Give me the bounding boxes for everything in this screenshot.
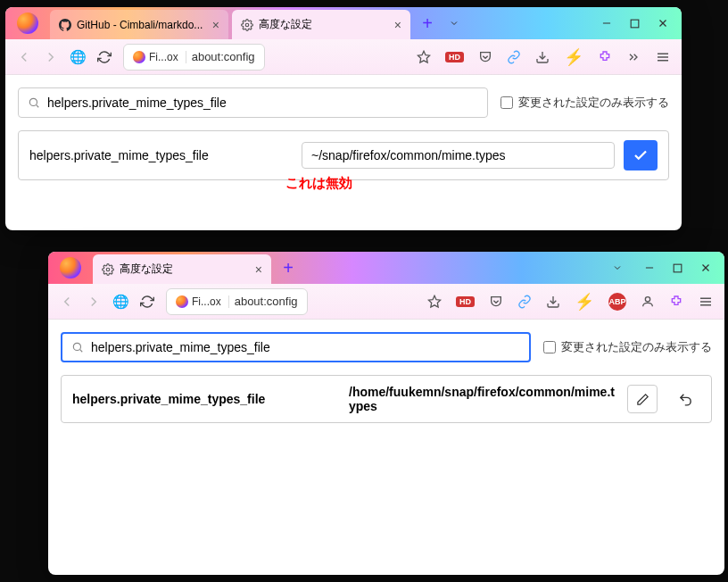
extensions-icon[interactable] [598, 50, 612, 64]
config-search-input[interactable] [91, 340, 520, 354]
maximize-icon[interactable] [629, 18, 641, 29]
site-identity[interactable]: Fi...ox [133, 51, 186, 63]
url-text: about:config [235, 295, 298, 308]
minimize-icon[interactable] [643, 262, 656, 274]
firefox-favicon-icon [133, 51, 145, 63]
edit-button[interactable] [627, 385, 658, 413]
star-icon[interactable] [417, 50, 431, 64]
checkbox-input[interactable] [500, 96, 513, 109]
confirm-button[interactable] [624, 140, 658, 170]
address-bar[interactable]: Fi...ox about:config [166, 288, 308, 315]
reload-button[interactable] [139, 294, 155, 310]
aboutconfig-content: 変更された設定のみ表示する helpers.private_mime_types… [48, 320, 724, 436]
star-icon[interactable] [427, 295, 442, 309]
pref-value-input[interactable] [302, 142, 615, 169]
lightning-icon[interactable]: ⚡ [564, 47, 583, 67]
modified-only-checkbox[interactable]: 変更された設定のみ表示する [500, 95, 669, 111]
hd-badge[interactable]: HD [456, 296, 475, 307]
svg-point-10 [29, 98, 37, 105]
search-icon [28, 96, 40, 109]
config-search-input[interactable] [47, 96, 478, 110]
firefox-favicon-icon [176, 295, 188, 308]
nav-toolbar: 🌐 Fi...ox about:config HD ⚡ ABP [48, 284, 724, 320]
pref-name: helpers.private_mime_types_file [72, 392, 340, 406]
tab-title: GitHub - Cimbali/markdo... [77, 19, 203, 31]
identity-label: Fi...ox [192, 295, 221, 308]
menu-icon[interactable] [698, 294, 714, 310]
address-bar[interactable]: Fi...ox about:config [123, 44, 265, 71]
github-icon [59, 19, 71, 31]
extensions-icon[interactable] [669, 295, 683, 309]
globe-icon: 🌐 [112, 294, 129, 310]
config-search-box[interactable] [61, 332, 531, 362]
abp-badge[interactable]: ABP [608, 293, 626, 311]
tab-list-dropdown[interactable] [441, 7, 467, 39]
pocket-icon[interactable] [478, 50, 492, 64]
svg-point-0 [245, 23, 249, 27]
pref-row: helpers.private_mime_types_file [18, 130, 669, 180]
svg-marker-5 [418, 51, 429, 62]
pocket-icon[interactable] [489, 295, 503, 309]
svg-point-19 [645, 296, 649, 301]
pref-name: helpers.private_mime_types_file [29, 148, 293, 162]
identity-label: Fi...ox [149, 51, 178, 63]
tab-aboutconfig[interactable]: 高度な設定 × [232, 10, 410, 39]
svg-marker-17 [428, 295, 440, 307]
lightning-icon[interactable]: ⚡ [575, 292, 594, 312]
app-menu-button[interactable] [48, 252, 93, 284]
titlebar: GitHub - Cimbali/markdo... × 高度な設定 × + [5, 7, 682, 39]
site-identity[interactable]: Fi...ox [176, 295, 229, 308]
account-icon[interactable] [641, 295, 655, 309]
tab-title: 高度な設定 [120, 262, 173, 277]
maximize-icon[interactable] [672, 262, 683, 274]
firefox-window-1: GitHub - Cimbali/markdo... × 高度な設定 × + 🌐… [5, 7, 682, 230]
back-button[interactable] [59, 294, 75, 310]
toolbar-icons: HD ⚡ [417, 47, 671, 67]
minimize-icon[interactable] [600, 17, 613, 29]
link-icon[interactable] [517, 295, 532, 309]
close-icon[interactable]: × [255, 262, 262, 277]
tab-github[interactable]: GitHub - Cimbali/markdo... × [50, 10, 228, 39]
close-icon[interactable]: × [394, 18, 401, 32]
gear-icon [241, 19, 253, 31]
search-icon [71, 341, 84, 353]
url-text: about:config [192, 50, 255, 63]
noscript-button[interactable]: 🌐 [112, 294, 128, 310]
forward-button[interactable] [43, 49, 59, 65]
back-button[interactable] [16, 49, 32, 65]
new-tab-button[interactable]: + [275, 252, 302, 284]
hd-badge[interactable]: HD [445, 52, 464, 62]
reload-button[interactable] [96, 49, 112, 65]
checkbox-input[interactable] [543, 341, 556, 353]
search-row: 変更された設定のみ表示する [61, 332, 712, 362]
menu-icon[interactable] [655, 49, 671, 65]
firefox-window-2: 高度な設定 × + 🌐 Fi...ox about:config HD [48, 252, 724, 575]
tab-list-dropdown[interactable] [604, 252, 631, 284]
noscript-button[interactable]: 🌐 [70, 49, 86, 65]
config-search-box[interactable] [18, 87, 488, 118]
forward-button[interactable] [86, 294, 102, 310]
modified-only-checkbox[interactable]: 変更された設定のみ表示する [543, 339, 712, 355]
close-icon[interactable]: × [212, 18, 219, 32]
overflow-icon[interactable] [626, 50, 641, 64]
pref-row: helpers.private_mime_types_file /home/fu… [61, 375, 712, 423]
close-icon[interactable] [657, 17, 669, 29]
close-icon[interactable] [699, 262, 712, 274]
app-menu-button[interactable] [5, 7, 50, 39]
tab-aboutconfig[interactable]: 高度な設定 × [93, 254, 271, 284]
svg-rect-14 [674, 264, 682, 272]
link-icon[interactable] [507, 50, 521, 64]
download-icon[interactable] [546, 295, 560, 309]
svg-point-23 [73, 343, 80, 350]
new-tab-button[interactable]: + [414, 7, 441, 39]
svg-rect-2 [631, 20, 639, 28]
reset-button[interactable] [670, 385, 700, 413]
checkbox-label: 変更された設定のみ表示する [561, 339, 712, 355]
svg-point-12 [106, 268, 110, 271]
pencil-icon [636, 393, 649, 406]
checkbox-label: 変更された設定のみ表示する [518, 95, 669, 111]
check-icon [633, 147, 649, 163]
window-controls [631, 252, 724, 284]
firefox-logo-icon [60, 257, 81, 279]
download-icon[interactable] [535, 50, 550, 64]
